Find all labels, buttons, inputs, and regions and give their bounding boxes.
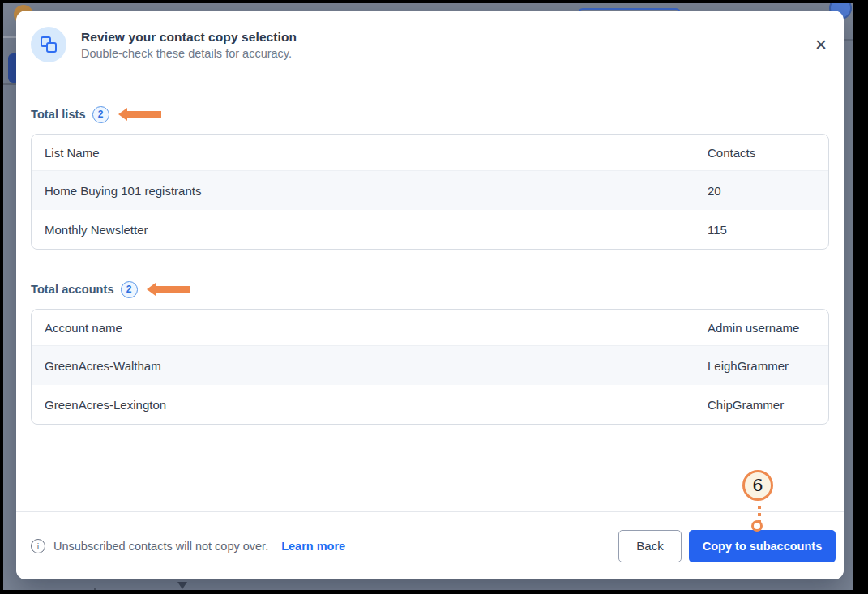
contacts-count-cell: 20 <box>695 184 828 198</box>
annotation-arrow-icon <box>127 111 161 118</box>
column-header: List Name <box>32 146 695 160</box>
list-name-cell: Home Buying 101 registrants <box>32 184 695 198</box>
dialog-header: Review your contact copy selection Doubl… <box>16 11 844 79</box>
dialog-footer: i Unsubscribed contacts will not copy ov… <box>16 511 844 579</box>
admin-username-cell: ChipGrammer <box>695 398 828 412</box>
table-header-row: List Name Contacts <box>32 135 828 171</box>
copy-to-subaccounts-button[interactable]: Copy to subaccounts <box>689 530 836 562</box>
list-name-cell: Monthly Newsletter <box>32 223 695 237</box>
dimmed-app-background: Review your contact copy selection Doubl… <box>3 3 853 590</box>
account-name-cell: GreenAcres-Lexington <box>32 398 695 412</box>
table-row: Home Buying 101 registrants 20 <box>32 171 828 210</box>
annotation-arrow-icon <box>156 286 190 293</box>
contacts-count-cell: 115 <box>695 223 828 237</box>
table-header-row: Account name Admin username <box>32 310 828 346</box>
table-row: GreenAcres-Lexington ChipGrammer <box>32 385 828 424</box>
learn-more-link[interactable]: Learn more <box>281 540 345 553</box>
review-copy-selection-dialog: Review your contact copy selection Doubl… <box>16 11 844 579</box>
dialog-subtitle: Double-check these details for accuracy. <box>81 47 297 60</box>
lists-table: List Name Contacts Home Buying 101 regis… <box>31 134 829 250</box>
total-accounts-count-badge: 2 <box>121 281 138 298</box>
step-anchor-ring <box>751 520 763 532</box>
column-header: Admin username <box>695 321 828 335</box>
info-icon: i <box>31 539 45 553</box>
close-icon[interactable]: ✕ <box>810 33 832 56</box>
total-lists-label: Total lists <box>31 108 86 121</box>
column-header: Contacts <box>695 146 828 160</box>
background-divider <box>3 83 16 85</box>
back-button[interactable]: Back <box>618 530 682 562</box>
total-lists-count-badge: 2 <box>92 106 109 123</box>
account-name-cell: GreenAcres-Waltham <box>32 359 695 373</box>
admin-username-cell: LeighGrammer <box>695 359 828 373</box>
table-row: Monthly Newsletter 115 <box>32 210 828 249</box>
column-header: Account name <box>32 321 695 335</box>
background-dot <box>94 588 96 590</box>
dialog-title: Review your contact copy selection <box>81 30 297 45</box>
total-accounts-label: Total accounts <box>31 283 114 296</box>
copy-icon <box>41 36 57 53</box>
accounts-table: Account name Admin username GreenAcres-W… <box>31 309 829 425</box>
copy-icon-badge <box>31 27 66 62</box>
unsubscribed-note: Unsubscribed contacts will not copy over… <box>53 540 268 553</box>
background-caret-icon <box>177 582 187 589</box>
step-number-badge: 6 <box>742 470 773 501</box>
background-divider <box>3 36 16 38</box>
table-row: GreenAcres-Waltham LeighGrammer <box>32 346 828 385</box>
